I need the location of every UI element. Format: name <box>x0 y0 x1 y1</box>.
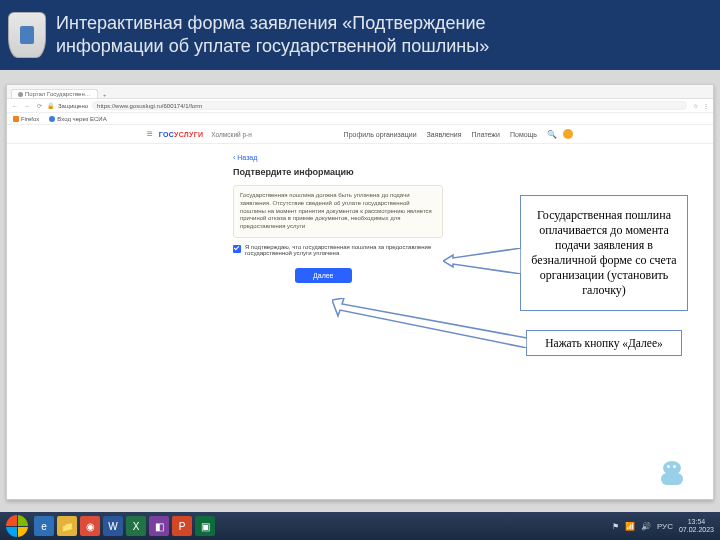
portal-topnav: ≡ ГОСУСЛУГИ Холмский р-н Профиль организ… <box>7 125 713 144</box>
tab-favicon-icon <box>18 92 23 97</box>
taskbar-app-icon[interactable]: ▣ <box>195 516 215 536</box>
taskbar-ie-icon[interactable]: e <box>34 516 54 536</box>
browser-address-bar: ← → ⟳ 🔒 Защищено https://www.gosuslugi.r… <box>7 99 713 113</box>
taskbar-app-icon[interactable]: ◧ <box>149 516 169 536</box>
slide-title: Интерактивная форма заявления «Подтвержд… <box>56 12 489 59</box>
page-heading: Подтвердите информацию <box>233 167 443 177</box>
clock-time: 13:54 <box>679 518 714 526</box>
browser-menu-icon[interactable]: ⋮ <box>703 102 709 109</box>
url-field[interactable]: https://www.gosuslugi.ru/600174/1/form <box>92 101 687 110</box>
nav-payments[interactable]: Платежи <box>472 131 500 138</box>
secure-label: Защищено <box>58 103 88 109</box>
next-button[interactable]: Далее <box>295 268 352 283</box>
webpage: ≡ ГОСУСЛУГИ Холмский р-н Профиль организ… <box>7 125 713 499</box>
esia-icon <box>49 116 55 122</box>
star-icon[interactable]: ☆ <box>691 102 699 109</box>
search-icon[interactable]: 🔍 <box>547 130 557 139</box>
start-button[interactable] <box>6 515 28 537</box>
form-content: ‹ Назад Подтвердите информацию Государст… <box>233 154 443 283</box>
new-tab-button[interactable]: + <box>100 92 110 98</box>
system-tray: ⚑ 📶 🔊 РУС 13:54 07.02.2023 <box>612 518 714 533</box>
bookmark-label: Вход через ЕСИА <box>57 116 106 122</box>
back-link[interactable]: ‹ Назад <box>233 154 257 161</box>
nav-profile[interactable]: Профиль организации <box>344 131 417 138</box>
clock-date: 07.02.2023 <box>679 526 714 534</box>
slide-title-line2: информации об уплате государственной пош… <box>56 36 489 56</box>
callout-next-hint: Нажать кнопку «Далее» <box>526 330 682 356</box>
windows-taskbar: e 📁 ◉ W X ◧ P ▣ ⚑ 📶 🔊 РУС 13:54 07.02.20… <box>0 512 720 540</box>
nav-back-icon[interactable]: ← <box>11 103 19 109</box>
callout-checkbox-hint: Государственная пошлина оплачивается до … <box>520 195 688 311</box>
slide-title-line1: Интерактивная форма заявления «Подтвержд… <box>56 13 485 33</box>
tray-flag-icon[interactable]: ⚑ <box>612 522 619 531</box>
logo-part: ГОС <box>159 131 174 138</box>
slide-header: Интерактивная форма заявления «Подтвержд… <box>0 0 720 70</box>
bookmarks-bar: Firefox Вход через ЕСИА <box>7 113 713 125</box>
taskbar-chrome-icon[interactable]: ◉ <box>80 516 100 536</box>
browser-tab[interactable]: Портал Государствен… <box>11 89 98 98</box>
bookmark-firefox[interactable]: Firefox <box>13 116 39 122</box>
gosuslugi-logo[interactable]: ГОСУСЛУГИ <box>159 131 204 138</box>
logo-part: УСЛУГИ <box>174 131 203 138</box>
nav-applications[interactable]: Заявления <box>427 131 462 138</box>
tray-network-icon[interactable]: 📶 <box>625 522 635 531</box>
taskbar-word-icon[interactable]: W <box>103 516 123 536</box>
bookmark-esia[interactable]: Вход через ЕСИА <box>49 116 106 122</box>
firefox-icon <box>13 116 19 122</box>
confirm-checkbox[interactable] <box>233 245 241 253</box>
tray-lang[interactable]: РУС <box>657 522 673 531</box>
nav-forward-icon[interactable]: → <box>23 103 31 109</box>
region-crest-icon <box>8 12 46 58</box>
browser-tabbar: Портал Государствен… + <box>7 85 713 99</box>
confirm-checkbox-row[interactable]: Я подтверждаю, что государственная пошли… <box>233 244 443 256</box>
taskbar-explorer-icon[interactable]: 📁 <box>57 516 77 536</box>
nav-help[interactable]: Помощь <box>510 131 537 138</box>
bookmark-label: Firefox <box>21 116 39 122</box>
assistant-bot-icon[interactable] <box>659 459 685 485</box>
fee-notice-box: Государственная пошлина должна быть упла… <box>233 185 443 238</box>
confirm-checkbox-label: Я подтверждаю, что государственная пошли… <box>245 244 443 256</box>
callout-text: Государственная пошлина оплачивается до … <box>527 208 681 298</box>
callout-text: Нажать кнопку «Далее» <box>545 336 663 350</box>
tray-volume-icon[interactable]: 🔊 <box>641 522 651 531</box>
region-selector[interactable]: Холмский р-н <box>211 131 252 138</box>
lock-icon: 🔒 <box>47 102 54 109</box>
taskbar-excel-icon[interactable]: X <box>126 516 146 536</box>
tab-title: Портал Государствен… <box>25 91 91 97</box>
menu-icon[interactable]: ≡ <box>147 129 153 139</box>
taskbar-powerpoint-icon[interactable]: P <box>172 516 192 536</box>
user-avatar[interactable] <box>563 129 573 139</box>
taskbar-clock[interactable]: 13:54 07.02.2023 <box>679 518 714 533</box>
nav-reload-icon[interactable]: ⟳ <box>35 102 43 109</box>
